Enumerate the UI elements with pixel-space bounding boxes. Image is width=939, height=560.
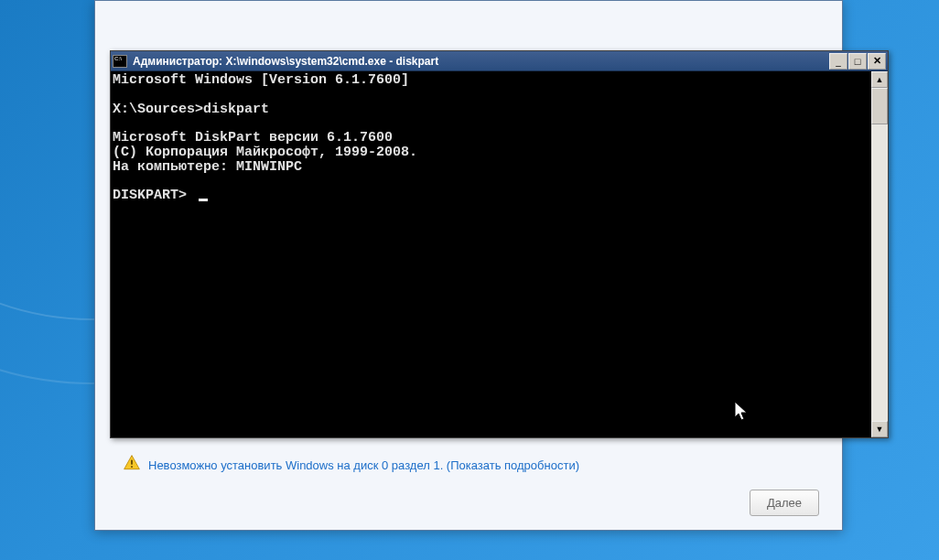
scrollbar[interactable]: ▲ ▼ xyxy=(871,71,888,437)
scroll-thumb[interactable] xyxy=(871,88,888,124)
svg-rect-0 xyxy=(131,460,133,465)
next-button[interactable]: Далее xyxy=(750,490,819,516)
installer-content: Невозможно установить Windows на диск 0 … xyxy=(113,450,824,479)
maximize-button[interactable]: □ xyxy=(848,53,867,70)
text-cursor xyxy=(199,199,208,201)
cmd-output[interactable]: Microsoft Windows [Version 6.1.7600] X:\… xyxy=(111,71,871,437)
scroll-down-button[interactable]: ▼ xyxy=(871,421,888,437)
cmd-title: Администратор: X:\windows\system32\cmd.e… xyxy=(133,55,828,68)
warning-row[interactable]: Невозможно установить Windows на диск 0 … xyxy=(113,450,824,479)
scroll-up-button[interactable]: ▲ xyxy=(871,71,888,88)
cmd-icon xyxy=(113,55,127,68)
installer-footer: Далее xyxy=(750,490,819,516)
svg-rect-1 xyxy=(131,466,133,468)
close-button[interactable]: ✕ xyxy=(868,53,886,70)
cmd-window: Администратор: X:\windows\system32\cmd.e… xyxy=(110,50,889,438)
minimize-button[interactable]: _ xyxy=(829,53,847,70)
warning-icon xyxy=(123,454,141,476)
cmd-window-controls: _ □ ✕ xyxy=(828,53,886,70)
warning-text[interactable]: Невозможно установить Windows на диск 0 … xyxy=(148,458,579,472)
cmd-body-wrap: Microsoft Windows [Version 6.1.7600] X:\… xyxy=(111,71,888,437)
scroll-track[interactable] xyxy=(871,88,888,421)
cmd-titlebar[interactable]: Администратор: X:\windows\system32\cmd.e… xyxy=(111,51,888,71)
